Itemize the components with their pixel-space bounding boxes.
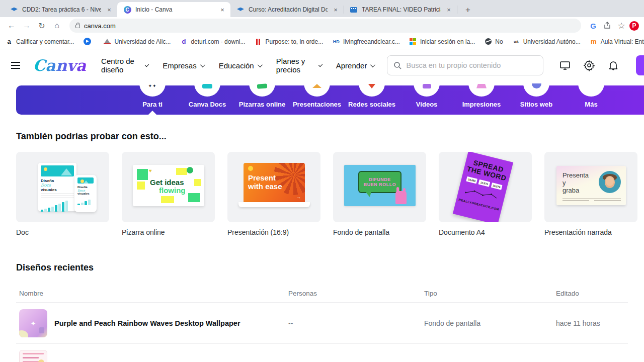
bookmark-item[interactable]: No	[484, 38, 503, 46]
pinterest-extension-icon[interactable]: P	[629, 21, 639, 31]
doc-bar-chart	[41, 201, 74, 212]
notifications-bell-icon[interactable]	[607, 59, 620, 72]
recent-designs-section: Diseños recientes Nombre Personas Tipo E…	[0, 262, 644, 362]
content-search-box[interactable]	[387, 55, 543, 75]
tab-close-icon[interactable]: ×	[218, 6, 226, 14]
bookmark-item[interactable]: Purpose: to, in orde...	[254, 38, 323, 46]
canva-logo[interactable]: Canva	[33, 58, 88, 73]
bookmark-item[interactable]	[83, 38, 94, 46]
tab-course-2[interactable]: Curso: Acreditación Digital Doce ×	[230, 2, 344, 17]
table-row[interactable]: ✦ Purple and Peach Rainbow Waves Desktop…	[16, 302, 628, 343]
bookmarks-bar: a Calificar y comentar... Universidad de…	[0, 34, 644, 49]
new-tab-button[interactable]: +	[461, 3, 475, 17]
category-label: Presentaciones	[289, 101, 345, 108]
tab-course-1[interactable]: CDD2: Tarea práctica 6 - Nivel A2 ×	[4, 2, 117, 17]
bookmark-item[interactable]: HD livingfreeandclear.c...	[332, 38, 400, 46]
card-doc[interactable]: Diseña Docs visuales Diseña Docs visuale…	[16, 152, 109, 236]
settings-gear-icon[interactable]	[583, 59, 596, 72]
table-row[interactable]: infografia escolar educativa rosa pastel…	[16, 343, 628, 362]
create-design-button[interactable]	[636, 55, 644, 75]
moodle-icon: m	[590, 38, 598, 46]
ua-triangle-icon	[103, 38, 111, 46]
chevron-down-icon	[200, 62, 205, 67]
share-icon[interactable]	[601, 20, 613, 32]
presentation-icon	[304, 81, 330, 97]
column-personas[interactable]: Personas	[288, 290, 424, 297]
tab-canva-home[interactable]: C Inicio - Canva ×	[117, 2, 230, 17]
card-pizarra-online[interactable]: ♥ Get ideas flowing Pizarra online	[122, 152, 215, 236]
back-button[interactable]: ←	[5, 19, 18, 32]
tab-close-icon[interactable]: ×	[105, 6, 113, 14]
card-fondo-de-pantalla[interactable]: DIFUNDE BUEN ROLLO Fondo de pantalla	[333, 152, 426, 236]
bookmark-item[interactable]: a Calificar y comentar...	[5, 38, 74, 46]
tab-close-icon[interactable]: ×	[445, 6, 453, 14]
category-label: Sitios web	[509, 101, 564, 108]
refresh-button[interactable]: ↻	[35, 19, 48, 32]
nav-aprender[interactable]: Aprender	[336, 61, 374, 70]
category-sitios-web[interactable]: Sitios web	[509, 81, 564, 115]
column-nombre[interactable]: Nombre	[19, 290, 288, 297]
recent-title: Diseños recientes	[16, 262, 628, 273]
bookmark-item[interactable]: m Aula Virtual: Entrar...	[590, 38, 644, 46]
whiteboard-icon	[249, 81, 275, 97]
nav-empresas[interactable]: Empresas	[163, 61, 204, 70]
category-label: Vídeos	[399, 101, 454, 108]
art-text: visuales	[41, 188, 74, 192]
design-thumbnail: ✦	[19, 309, 47, 337]
card-label: Presentación (16:9)	[227, 228, 320, 236]
a4-mockup: SPREAD THE WORD 15,083 12,570 16,579 REA…	[453, 152, 513, 222]
docs-icon	[194, 81, 220, 97]
nav-label: Empresas	[163, 61, 197, 70]
search-input[interactable]	[406, 61, 537, 69]
bookmark-item[interactable]: Universidad de Alic...	[103, 38, 171, 46]
category-canva-docs[interactable]: Canva Docs	[180, 81, 235, 115]
forward-button[interactable]: →	[20, 19, 33, 32]
category-presentaciones[interactable]: Presentaciones	[289, 81, 345, 115]
devices-monitor-icon[interactable]	[558, 59, 572, 72]
category-mas[interactable]: Más	[564, 81, 619, 115]
ua-text-icon: uà	[512, 38, 520, 46]
card-documento-a4[interactable]: SPREAD THE WORD 15,083 12,570 16,579 REA…	[439, 152, 532, 236]
category-redes-sociales[interactable]: Redes sociales	[344, 81, 399, 115]
category-impresiones[interactable]: Impresiones	[454, 81, 509, 115]
bookmark-item[interactable]: Iniciar sesión en la...	[409, 38, 475, 46]
category-para-ti[interactable]: ✦✦ Para ti	[125, 81, 180, 115]
nav-educacion[interactable]: Educación	[219, 61, 261, 70]
hamburger-menu-icon[interactable]	[11, 62, 20, 69]
address-bar[interactable]: canva.com	[69, 19, 581, 33]
canva-header: Canva Centro de diseño Empresas Educació…	[0, 49, 644, 81]
bookmark-item[interactable]: uà Universidad Autóno...	[512, 38, 581, 46]
bookmark-item[interactable]: d deturl.com - downl...	[180, 38, 245, 46]
category-pizarras-online[interactable]: Pizarras online	[234, 81, 290, 115]
star-doodle-icon: ✦	[31, 319, 36, 327]
url-text[interactable]: canva.com	[84, 22, 116, 30]
bookmark-label: Calificar y comentar...	[16, 38, 74, 45]
art-text: Docs	[41, 183, 74, 188]
category-videos[interactable]: Vídeos	[399, 81, 454, 115]
art-text: Presenta y graba	[562, 172, 589, 195]
nav-label: Centro de diseño	[101, 57, 141, 74]
art-text: Docs	[77, 189, 94, 192]
column-tipo[interactable]: Tipo	[424, 290, 556, 297]
card-label: Pizarra online	[122, 228, 215, 236]
google-account-icon[interactable]: G	[587, 20, 599, 32]
card-presentacion-narrada[interactable]: Presenta y graba Presentación narrada	[544, 152, 637, 236]
wallpaper-card-art: DIFUNDE BUEN ROLLO	[333, 152, 426, 222]
design-thumbnail	[19, 350, 47, 362]
tab-video-task[interactable]: TAREA FINAL: VIDEO Patricia Do ×	[344, 2, 457, 17]
design-name: Purple and Peach Rainbow Waves Desktop W…	[54, 319, 240, 327]
main-nav: Centro de diseño Empresas Educación Plan…	[101, 57, 374, 74]
card-presentacion-169[interactable]: Present with ease → Presentación (16:9)	[227, 152, 320, 236]
laptop-base	[238, 202, 310, 207]
home-button[interactable]: ⌂	[50, 19, 63, 32]
design-editado: hace 11 horas	[556, 319, 628, 327]
tab-close-icon[interactable]: ×	[332, 6, 340, 14]
doc-mockup: Diseña Docs visuales	[38, 163, 76, 211]
nav-label: Planes y precios	[276, 57, 315, 74]
column-editado[interactable]: Editado	[556, 290, 628, 297]
nav-planes-y-precios[interactable]: Planes y precios	[276, 57, 321, 74]
nav-centro-de-diseno[interactable]: Centro de diseño	[101, 57, 147, 74]
doc-bar-chart	[77, 199, 94, 205]
globe-icon	[484, 38, 492, 46]
bookmark-star-icon[interactable]: ☆	[615, 20, 627, 32]
